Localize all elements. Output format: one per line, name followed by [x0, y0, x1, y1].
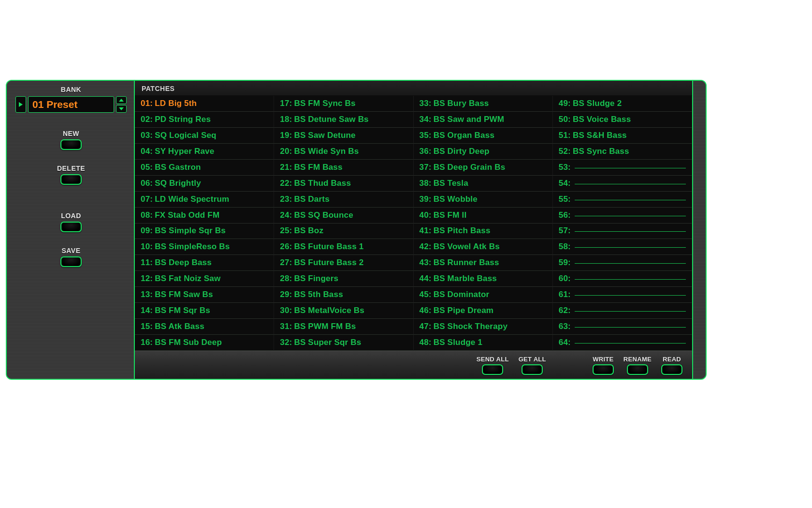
rename-button[interactable]: [627, 364, 648, 375]
svg-marker-2: [119, 107, 124, 110]
patch-name: BS Atk Bass: [155, 322, 204, 331]
patch-cell[interactable]: 37: BS Deep Grain Bs: [414, 160, 553, 176]
patch-name: BS Wobble: [434, 194, 478, 204]
patch-cell[interactable]: 27: BS Future Bass 2: [274, 255, 413, 271]
patch-cell[interactable]: 11: BS Deep Bass: [135, 255, 274, 271]
patch-cell[interactable]: 05: BS Gastron: [135, 160, 274, 176]
patch-cell[interactable]: 13: BS FM Saw Bs: [135, 287, 274, 303]
patch-cell[interactable]: 48: BS Sludge 1: [414, 335, 553, 351]
write-label: WRITE: [593, 356, 613, 363]
patch-cell[interactable]: 36: BS Dirty Deep: [414, 144, 553, 160]
patch-cell[interactable]: 60:: [553, 271, 692, 287]
patch-cell[interactable]: 29: BS 5th Bass: [274, 287, 413, 303]
patch-cell[interactable]: 38: BS Tesla: [414, 176, 553, 192]
patch-cell[interactable]: 20: BS Wide Syn Bs: [274, 144, 413, 160]
bank-display[interactable]: 01 Preset: [28, 96, 114, 113]
get-all-button[interactable]: [522, 364, 543, 375]
patch-cell[interactable]: 09: BS Simple Sqr Bs: [135, 224, 274, 239]
patch-number: 23:: [280, 194, 292, 204]
patch-cell[interactable]: 10: BS SimpleReso Bs: [135, 239, 274, 255]
delete-block: DELETE: [57, 164, 85, 185]
patch-cell[interactable]: 43: BS Runner Bass: [414, 255, 553, 271]
patch-cell[interactable]: 62:: [553, 303, 692, 319]
patch-name: BS MetalVoice Bs: [294, 306, 364, 315]
patch-cell[interactable]: 24: BS SQ Bounce: [274, 208, 413, 224]
patch-cell[interactable]: 45: BS Dominator: [414, 287, 553, 303]
patch-cell[interactable]: 28: BS Fingers: [274, 271, 413, 287]
patch-cell[interactable]: 63:: [553, 319, 692, 335]
empty-slot-line: [575, 311, 686, 312]
patch-cell[interactable]: 14: BS FM Sqr Bs: [135, 303, 274, 319]
patch-cell[interactable]: 18: BS Detune Saw Bs: [274, 112, 413, 128]
patch-cell[interactable]: 40: BS FM II: [414, 208, 553, 224]
send-all-label: SEND ALL: [477, 356, 509, 363]
patch-cell[interactable]: 58:: [553, 239, 692, 255]
patch-cell[interactable]: 26: BS Future Bass 1: [274, 239, 413, 255]
patch-cell[interactable]: 22: BS Thud Bass: [274, 176, 413, 192]
patch-cell[interactable]: 01: LD Big 5th: [135, 96, 274, 112]
patch-cell[interactable]: 08: FX Stab Odd FM: [135, 208, 274, 224]
new-button[interactable]: [60, 139, 82, 150]
patch-number: 28:: [280, 274, 292, 284]
patch-cell[interactable]: 07: LD Wide Spectrum: [135, 192, 274, 208]
write-button[interactable]: [593, 364, 614, 375]
save-button[interactable]: [60, 256, 82, 267]
patch-cell[interactable]: 47: BS Shock Therapy: [414, 319, 553, 335]
chevron-down-icon: [119, 107, 124, 110]
patch-cell[interactable]: 52: BS Sync Bass: [553, 144, 692, 160]
patch-number: 42:: [420, 242, 432, 252]
patch-number: 20:: [280, 147, 292, 156]
patch-number: 12:: [141, 274, 153, 284]
patch-cell[interactable]: 46: BS Pipe Dream: [414, 303, 553, 319]
patch-cell[interactable]: 06: SQ Brightly: [135, 176, 274, 192]
patch-cell[interactable]: 61:: [553, 287, 692, 303]
patch-cell[interactable]: 15: BS Atk Bass: [135, 319, 274, 335]
patch-cell[interactable]: 56:: [553, 208, 692, 224]
patch-cell[interactable]: 25: BS Boz: [274, 224, 413, 239]
patch-cell[interactable]: 31: BS PWM FM Bs: [274, 319, 413, 335]
footer-toolbar: SEND ALL GET ALL WRITE RENAME: [135, 351, 692, 379]
read-button[interactable]: [661, 364, 682, 375]
patch-cell[interactable]: 41: BS Pitch Bass: [414, 224, 553, 239]
patch-cell[interactable]: 04: SY Hyper Rave: [135, 144, 274, 160]
patch-cell[interactable]: 53:: [553, 160, 692, 176]
patch-cell[interactable]: 55:: [553, 192, 692, 208]
patch-name: SQ Brightly: [155, 179, 201, 188]
patch-cell[interactable]: 30: BS MetalVoice Bs: [274, 303, 413, 319]
patch-cell[interactable]: 17: BS FM Sync Bs: [274, 96, 413, 112]
patch-cell[interactable]: 16: BS FM Sub Deep: [135, 335, 274, 351]
patch-cell[interactable]: 54:: [553, 176, 692, 192]
delete-button[interactable]: [60, 174, 82, 185]
patch-cell[interactable]: 33: BS Bury Bass: [414, 96, 553, 112]
patch-cell[interactable]: 34: BS Saw and PWM: [414, 112, 553, 128]
patch-cell[interactable]: 32: BS Super Sqr Bs: [274, 335, 413, 351]
patch-number: 41:: [420, 226, 432, 236]
load-label: LOAD: [61, 212, 81, 220]
patch-cell[interactable]: 02: PD String Res: [135, 112, 274, 128]
patch-cell[interactable]: 51: BS S&H Bass: [553, 128, 692, 144]
load-button[interactable]: [60, 222, 82, 232]
patch-cell[interactable]: 42: BS Vowel Atk Bs: [414, 239, 553, 255]
empty-slot-line: [575, 295, 686, 296]
patch-name: BS FM Saw Bs: [155, 290, 213, 299]
patch-cell[interactable]: 64:: [553, 335, 692, 351]
patch-cell[interactable]: 59:: [553, 255, 692, 271]
patch-cell[interactable]: 39: BS Wobble: [414, 192, 553, 208]
patch-cell[interactable]: 21: BS FM Bass: [274, 160, 413, 176]
bank-down-button[interactable]: [116, 105, 127, 113]
send-all-button[interactable]: [482, 364, 503, 375]
patch-cell[interactable]: 50: BS Voice Bass: [553, 112, 692, 128]
patch-cell[interactable]: 23: BS Darts: [274, 192, 413, 208]
patch-cell[interactable]: 19: BS Saw Detune: [274, 128, 413, 144]
get-all-block: GET ALL: [519, 356, 546, 375]
bank-selector: 01 Preset: [15, 96, 127, 113]
patch-cell[interactable]: 44: BS Marble Bass: [414, 271, 553, 287]
patch-cell[interactable]: 35: BS Organ Bass: [414, 128, 553, 144]
patch-cell[interactable]: 03: SQ Logical Seq: [135, 128, 274, 144]
patch-cell[interactable]: 12: BS Fat Noiz Saw: [135, 271, 274, 287]
patch-cell[interactable]: 57:: [553, 224, 692, 239]
bank-play-button[interactable]: [15, 96, 26, 113]
bank-up-button[interactable]: [116, 96, 127, 104]
patch-name: BS Organ Bass: [434, 131, 494, 140]
patch-cell[interactable]: 49: BS Sludge 2: [553, 96, 692, 112]
